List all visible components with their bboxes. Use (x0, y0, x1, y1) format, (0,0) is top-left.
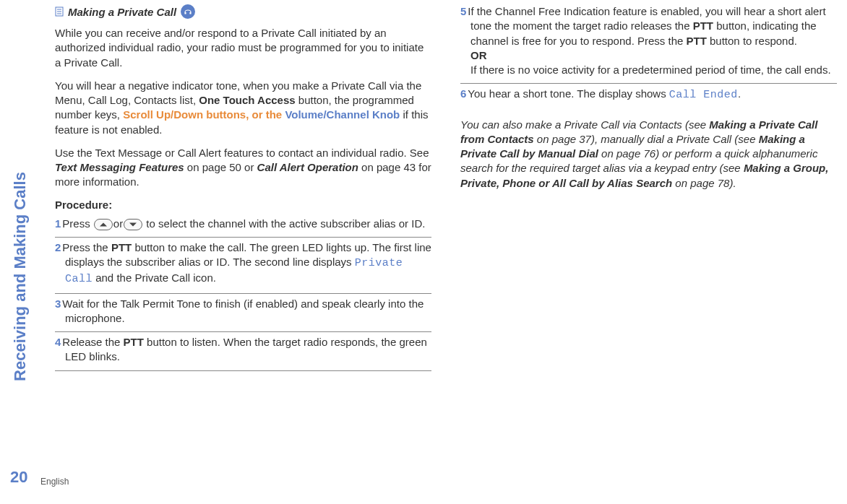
step-4: 4Release the PTT button to listen. When … (55, 335, 431, 371)
section-title: Making a Private Call (55, 4, 431, 19)
procedure-label: Procedure: (55, 199, 431, 211)
step-number: 6 (460, 87, 466, 100)
document-icon (55, 6, 64, 17)
headset-icon (181, 4, 195, 19)
step-number: 4 (55, 336, 61, 348)
step-2: 2Press the PTT button to make the call. … (55, 240, 431, 294)
step-number: 5 (460, 5, 466, 17)
step-number: 3 (55, 297, 61, 310)
sidebar: Receiving and Making Calls 20 (6, 0, 35, 504)
intro-para-2: You will hear a negative indicator tone,… (55, 79, 431, 137)
intro-para-1: While you can receive and/or respond to … (55, 26, 431, 70)
down-key-icon (124, 219, 142, 230)
step-1: 1Press or to select the channel with the… (55, 217, 431, 238)
up-key-icon (94, 219, 113, 230)
step-number: 2 (55, 241, 61, 253)
page-content: Making a Private Call While you can rece… (55, 4, 837, 423)
step-6: 6You hear a short tone. The display show… (460, 87, 837, 108)
title-text: Making a Private Call (68, 6, 176, 18)
language-label: English (40, 477, 69, 487)
step-5: 5If the Channel Free Indication feature … (460, 4, 837, 84)
page-number: 20 (10, 468, 27, 487)
step-number: 1 (55, 217, 61, 230)
intro-para-3: Use the Text Message or Call Alert featu… (55, 146, 431, 190)
step-3: 3Wait for the Talk Permit Tone to finish… (55, 297, 431, 333)
section-label: Receiving and Making Calls (11, 168, 30, 385)
footnote: You can also make a Private Call via Con… (460, 118, 837, 191)
